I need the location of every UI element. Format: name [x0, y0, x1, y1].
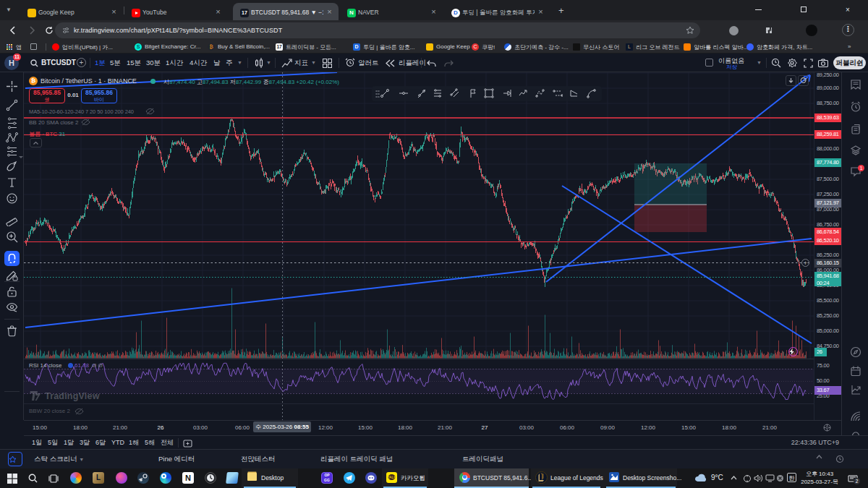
svg-text:TALK: TALK: [387, 475, 396, 479]
